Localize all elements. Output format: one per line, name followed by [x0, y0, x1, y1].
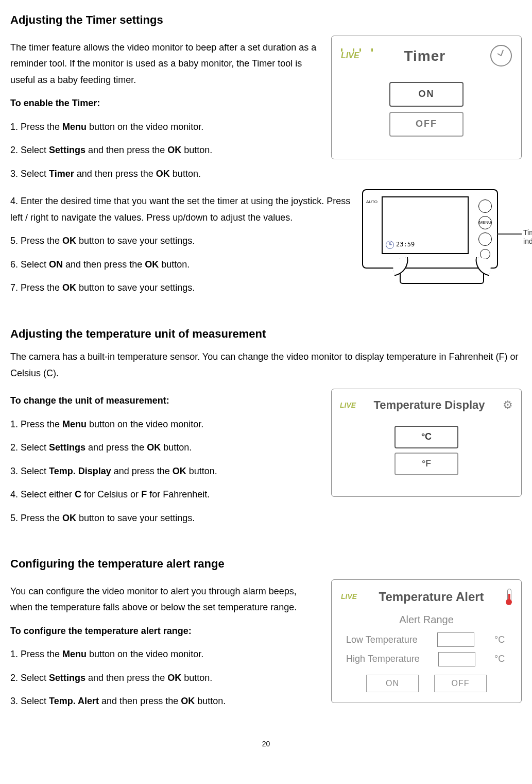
thermometer-icon [506, 589, 512, 605]
timer-on-button: ON [389, 82, 464, 107]
timer-off-button: OFF [389, 112, 464, 137]
page-number: 20 [10, 738, 522, 750]
section3-subhead: To configure the temperature alert range… [10, 623, 321, 640]
clock-icon [490, 45, 512, 66]
section2-step3: 3. Select Temp. Display and press the OK… [10, 463, 321, 480]
temp-alert-title: Temperature Alert [379, 586, 484, 608]
section1-step7: 7. Press the OK button to save your sett… [10, 280, 352, 296]
live-indicator: LIVE [341, 48, 359, 63]
high-temp-label: High Temperature [346, 651, 420, 668]
unit-label-low: °C [494, 632, 507, 648]
section1-step5: 5. Press the OK button to save your sett… [10, 233, 352, 249]
alert-off-button: OFF [434, 675, 487, 692]
section1-heading: Adjusting the Timer settings [10, 10, 522, 30]
timer-indicator-icon [386, 241, 394, 249]
section2-heading: Adjusting the temperature unit of measur… [10, 324, 522, 344]
section1-step3: 3. Select Timer and then press the OK bu… [10, 166, 321, 182]
live-indicator: LIVE [341, 590, 357, 603]
section3-step1: 1. Press the Menu button on the video mo… [10, 646, 321, 663]
section2-step1: 1. Press the Menu button on the video mo… [10, 416, 321, 433]
section3-intro: You can configure the video monitor to a… [10, 583, 321, 616]
timer-title: Timer [404, 43, 445, 69]
section1-subhead: To enable the Timer: [10, 95, 321, 112]
fahrenheit-option: °F [394, 453, 458, 475]
section1-step2: 2. Select Settings and then press the OK… [10, 142, 321, 159]
celsius-option: °C [394, 426, 458, 448]
alert-range-label: Alert Range [341, 611, 512, 629]
device-button3 [478, 232, 492, 246]
figure-timer-screen: LIVE Timer ON OFF [331, 36, 522, 159]
section2-intro: The camera has a built-in temperature se… [10, 349, 522, 381]
section2-step4: 4. Select either C for Celsius or F for … [10, 487, 321, 503]
figure-monitor-device: AUTO 23:59 MENU Timer indicator [362, 189, 522, 284]
live-indicator: LIVE [340, 399, 356, 412]
section3-heading: Configuring the temperature alert range [10, 554, 522, 574]
auto-label: AUTO [366, 198, 377, 206]
section2-step2: 2. Select Settings and press the OK butt… [10, 440, 321, 456]
section2-subhead: To change the unit of measurement: [10, 393, 321, 409]
device-button1 [478, 199, 492, 213]
section3-step3: 3. Select Temp. Alert and then press the… [10, 693, 321, 710]
timer-indicator-callout: Timer indicator [523, 228, 532, 246]
low-temp-input [437, 632, 474, 647]
timer-time: 23:59 [396, 239, 415, 250]
section1-intro: The timer feature allows the video monit… [10, 40, 321, 89]
section2-step5: 5. Press the OK button to save your sett… [10, 510, 321, 527]
device-menu-button: MENU [478, 216, 492, 229]
alert-on-button: ON [366, 675, 419, 692]
section1-step1: 1. Press the Menu button on the video mo… [10, 119, 321, 136]
section3-step2: 2. Select Settings and then press the OK… [10, 670, 321, 687]
gear-icon: ⚙ [503, 395, 513, 415]
section1-step6: 6. Select ON and then press the OK butto… [10, 257, 352, 273]
figure-temp-alert: LIVE Temperature Alert Alert Range Low T… [331, 579, 522, 703]
low-temp-label: Low Temperature [346, 632, 418, 648]
temp-display-title: Temperature Display [374, 395, 485, 415]
high-temp-input [438, 652, 475, 666]
section1-step4: 4. Enter the desired time that you want … [10, 193, 352, 226]
unit-label-high: °C [494, 651, 507, 668]
figure-temp-display: LIVE Temperature Display ⚙ °C °F [331, 389, 522, 497]
